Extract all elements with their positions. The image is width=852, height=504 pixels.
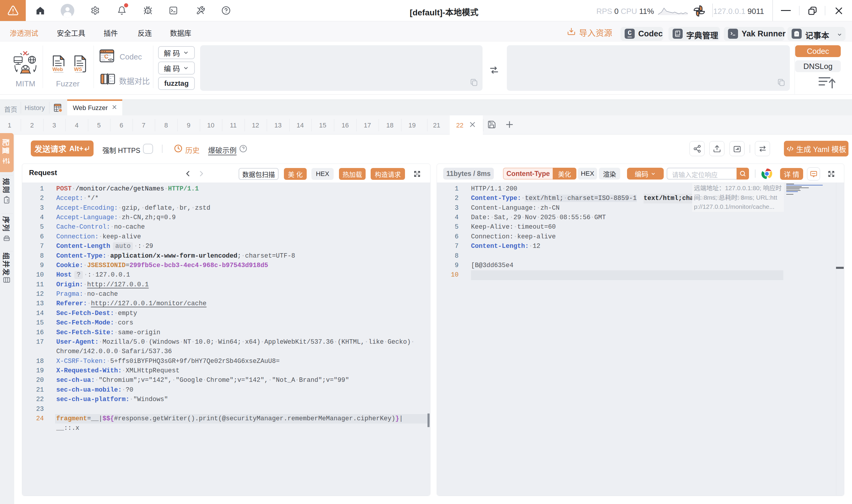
svg-text:Web: Web (52, 67, 63, 72)
svg-text:</>: </> (108, 58, 113, 62)
svg-text:WS: WS (74, 67, 82, 72)
